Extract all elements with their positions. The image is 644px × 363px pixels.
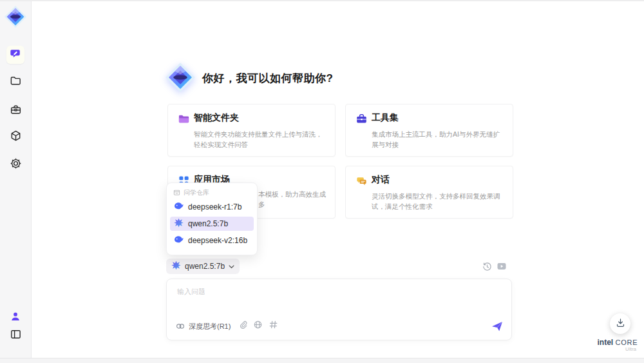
card-description: 集成市场上主流工具，助力AI与外界无缝扩展与对接 [372,129,504,150]
model-option-deepseek-v2[interactable]: deepseek-v2:16b [170,233,254,248]
model-option-qwen[interactable]: qwen2.5:7b [170,217,254,231]
paperclip-icon[interactable] [239,320,247,332]
card-conversation[interactable]: 对话 灵活切换多模型文件，支持多样回复效果调试，满足个性化需求 [345,166,513,219]
card-title: 对话 [372,174,390,186]
deepthink-toggle[interactable]: 深度思考(R1) [176,322,231,331]
window-bottom-border [0,358,644,363]
model-option-label: deepseek-v2:16b [188,236,247,245]
sidebar-item-chat[interactable] [6,46,24,64]
card-toolset[interactable]: 工具集 集成市场上主流工具，助力AI与外界无缝扩展与对接 [345,104,513,157]
intel-brand-label: intel [598,338,614,347]
chat-icon [10,48,21,62]
message-input[interactable] [176,286,488,315]
qwen-icon [171,260,181,272]
cube-icon [10,130,22,144]
sidebar-item-collapse[interactable] [9,329,22,342]
chevron-down-icon [229,262,234,271]
sidebar-item-toolset[interactable] [9,104,22,117]
model-dropdown-header-label: 问学仓库 [184,188,209,197]
deepseek-whale-icon [174,235,184,246]
model-option-deepseek-r1[interactable]: deepseek-r1:7b [170,200,254,214]
intel-tier-label: Ultra [596,346,639,352]
window-top-border [0,0,644,1]
panel-icon [10,328,22,343]
user-icon [10,311,21,325]
repo-icon [173,189,180,197]
composer: 深度思考(R1) [166,279,512,340]
hash-icon[interactable] [269,320,278,332]
model-dropdown-header: 问学仓库 [173,188,209,197]
deepthink-icon [176,322,185,331]
assistant-logo [165,62,196,93]
download-button[interactable] [610,313,630,334]
model-dropdown: 问学仓库 deepseek-r1:7b qwen2.5:7b deepseek-… [166,182,258,255]
greeting-title: 你好，我可以如何帮助你? [202,71,333,86]
settings-icon [10,157,22,172]
model-option-label: qwen2.5:7b [188,219,228,228]
chat-orange-icon [355,175,368,187]
qwen-icon [174,218,184,230]
model-selector-button[interactable]: qwen2.5:7b [166,259,240,274]
composer-tools [239,320,278,332]
toolbox-indigo-icon [355,113,368,125]
card-title: 智能文件夹 [194,112,239,124]
card-description-partial: 本模板，助力高效生成多 [258,189,331,210]
folder-purple-icon [178,113,190,125]
deepseek-whale-icon [174,202,184,212]
folder-icon [10,75,22,90]
card-title: 工具集 [372,112,399,124]
video-icon[interactable] [497,261,507,271]
card-description: 灵活切换多模型文件，支持多样回复效果调试，满足个性化需求 [372,191,504,211]
download-icon [615,317,626,331]
sidebar-item-account[interactable] [9,311,22,324]
intel-product-label: CORE [616,338,638,346]
app-logo [4,5,27,28]
globe-icon[interactable] [253,320,263,332]
model-option-label: deepseek-r1:7b [188,202,242,211]
sidebar [0,0,32,358]
card-description: 智能文件夹功能支持批量文件上传与清洗，轻松实现文件问答 [194,129,326,150]
deepthink-label: 深度思考(R1) [189,322,231,331]
send-icon[interactable] [491,320,503,332]
card-smart-folder[interactable]: 智能文件夹 智能文件夹功能支持批量文件上传与清洗，轻松实现文件问答 [167,104,336,157]
history-icon[interactable] [482,262,492,271]
toolbox-icon [10,104,22,119]
sidebar-item-market[interactable] [9,130,22,143]
model-selector-label: qwen2.5:7b [185,262,225,271]
sidebar-item-folders[interactable] [9,75,22,88]
sidebar-item-settings[interactable] [9,158,22,171]
intel-core-badge: intel CORE Ultra [596,338,639,352]
